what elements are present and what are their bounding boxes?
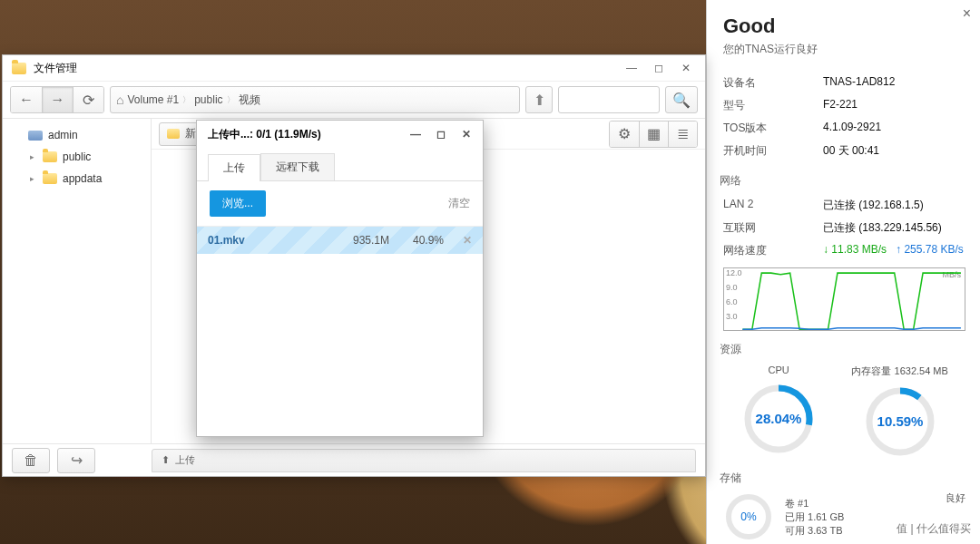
- device-name-label: 设备名: [723, 75, 823, 91]
- memory-label: 内存容量 1632.54 MB: [851, 364, 947, 378]
- internet-label: 互联网: [723, 220, 823, 236]
- breadcrumb-item[interactable]: public: [194, 93, 222, 106]
- network-header: 网络: [720, 173, 965, 189]
- folder-icon: [43, 151, 57, 162]
- breadcrumb[interactable]: ⌂ Volume #1〉public〉视频: [110, 86, 520, 113]
- storage-header: 存储: [720, 471, 965, 486]
- close-button[interactable]: ✕: [672, 62, 700, 74]
- up-button[interactable]: ⬆: [525, 86, 553, 113]
- netspeed-label: 网络速度: [723, 243, 823, 258]
- settings-button[interactable]: ⚙: [610, 121, 639, 147]
- model-value: F2-221: [823, 98, 858, 113]
- resources-header: 资源: [720, 342, 965, 357]
- minimize-button[interactable]: —: [618, 62, 645, 74]
- network-chart: 12.0 9.0 6.0 3.0 MB/s: [723, 267, 965, 331]
- model-label: 型号: [723, 98, 823, 113]
- grid-view-button[interactable]: ▦: [639, 121, 668, 147]
- volume-status: 良好: [946, 491, 965, 505]
- tree-root[interactable]: admin: [6, 124, 147, 146]
- upload-status-tab[interactable]: ⬆ 上传: [152, 449, 696, 472]
- upload-tab-label: 上传: [175, 453, 195, 467]
- download-speed: ↓ 11.83 MB/s: [823, 243, 887, 258]
- system-panel: × Good 您的TNAS运行良好 设备名TNAS-1AD812 型号F2-22…: [706, 0, 980, 544]
- svg-text:10.59%: 10.59%: [877, 413, 923, 429]
- breadcrumb-item[interactable]: 视频: [239, 92, 260, 108]
- volume-name: 卷 #1: [785, 497, 935, 510]
- uptime-label: 开机时间: [723, 143, 823, 159]
- close-icon[interactable]: ×: [963, 5, 971, 22]
- status-title: Good: [723, 15, 965, 38]
- share-button[interactable]: ↪: [57, 448, 95, 473]
- upload-icon: ⬆: [162, 454, 170, 466]
- uptime-value: 00 天 00:41: [823, 143, 879, 159]
- folder-icon: [43, 173, 57, 184]
- titlebar[interactable]: 文件管理 — ◻ ✕: [3, 55, 705, 81]
- svg-text:28.04%: 28.04%: [756, 411, 802, 426]
- clear-button[interactable]: 清空: [448, 196, 470, 211]
- upload-maximize-button[interactable]: ◻: [428, 128, 454, 141]
- folder-tree: admin ▸public▸appdata: [3, 119, 152, 443]
- folder-icon: [12, 63, 26, 74]
- tab-remote-download[interactable]: 远程下载: [260, 153, 335, 180]
- cpu-label: CPU: [740, 364, 817, 375]
- status-subtitle: 您的TNAS运行良好: [723, 42, 965, 57]
- tos-value: 4.1.09-2921: [823, 121, 881, 136]
- device-name-value: TNAS-1AD812: [823, 75, 895, 91]
- browse-button[interactable]: 浏览...: [210, 190, 266, 217]
- upload-list: 01.mkv 935.1M 40.9% ✕: [197, 226, 483, 436]
- forward-button[interactable]: →: [42, 87, 73, 112]
- drive-icon: [28, 131, 43, 141]
- tree-item[interactable]: ▸appdata: [6, 168, 147, 189]
- home-icon[interactable]: ⌂: [116, 92, 123, 107]
- breadcrumb-item[interactable]: Volume #1: [127, 93, 179, 106]
- lan-value: 已连接 (192.168.1.5): [823, 198, 924, 213]
- back-button[interactable]: ←: [11, 87, 42, 112]
- nav-group: ← → ⟳: [10, 86, 104, 113]
- upload-title: 上传中...: 0/1 (11.9M/s): [208, 127, 403, 142]
- list-view-button[interactable]: ≣: [668, 121, 697, 147]
- upload-minimize-button[interactable]: —: [403, 128, 428, 141]
- memory-gauge: 内存容量 1632.54 MB 10.59%: [851, 364, 947, 460]
- window-title: 文件管理: [34, 61, 618, 76]
- search-input[interactable]: [558, 86, 660, 113]
- tab-upload[interactable]: 上传: [208, 154, 260, 181]
- upload-item-name: 01.mkv: [208, 234, 317, 247]
- upload-item-percent: 40.9%: [389, 234, 444, 247]
- upload-close-button[interactable]: ✕: [454, 128, 479, 141]
- upload-item: 01.mkv 935.1M 40.9% ✕: [197, 227, 483, 254]
- trash-button[interactable]: 🗑: [12, 448, 50, 473]
- upload-titlebar[interactable]: 上传中...: 0/1 (11.9M/s) — ◻ ✕: [197, 121, 483, 148]
- search-button[interactable]: 🔍: [665, 86, 698, 113]
- maximize-button[interactable]: ◻: [645, 62, 672, 74]
- tree-item[interactable]: ▸public: [6, 146, 147, 168]
- cpu-gauge: CPU 28.04%: [740, 364, 817, 460]
- tos-label: TOS版本: [723, 121, 823, 136]
- lan-label: LAN 2: [723, 198, 823, 213]
- upload-item-cancel[interactable]: ✕: [463, 234, 472, 247]
- upload-speed: ↑ 255.78 KB/s: [896, 243, 964, 258]
- watermark: 值 | 什么值得买: [893, 520, 975, 539]
- upload-item-size: 935.1M: [317, 234, 389, 247]
- internet-value: 已连接 (183.229.145.56): [823, 220, 942, 236]
- upload-dialog: 上传中...: 0/1 (11.9M/s) — ◻ ✕ 上传 远程下载 浏览..…: [196, 120, 484, 437]
- svg-text:0%: 0%: [740, 510, 757, 523]
- refresh-button[interactable]: ⟳: [73, 87, 103, 112]
